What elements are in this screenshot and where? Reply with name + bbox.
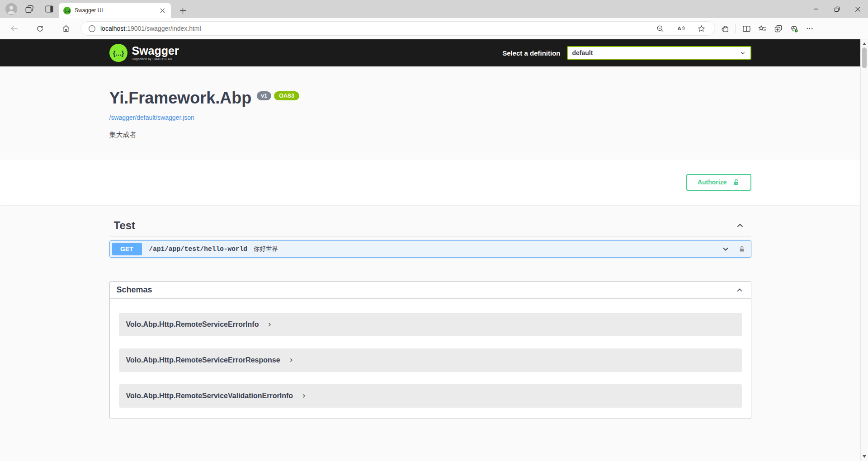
unlocked-padlock-icon (732, 179, 740, 186)
swagger-logo-icon: {…} (109, 44, 127, 62)
swagger-logo-text: Swagger (132, 45, 179, 56)
chevron-right-icon (288, 358, 294, 363)
zoom-out-icon[interactable] (656, 24, 665, 33)
collapse-schemas-chevron-up-icon[interactable] (735, 286, 744, 295)
back-button[interactable] (9, 23, 20, 34)
restore-button[interactable] (826, 0, 847, 18)
chevron-down-icon (740, 50, 746, 56)
collections-icon[interactable] (773, 23, 783, 34)
swagger-favicon-icon: {…} (63, 7, 71, 14)
swagger-logo-subtitle: Supported by SMARTBEAR (132, 57, 179, 61)
url-text: localhost:19001/swagger/index.html (100, 25, 201, 32)
oas3-badge: OAS3 (274, 91, 299, 100)
operation-get-hello-world[interactable]: GET /api/app/test/hello-world 你好世界 (109, 240, 751, 258)
scrollbar-thumb[interactable] (862, 47, 867, 68)
home-button[interactable] (61, 23, 71, 34)
chevron-right-icon (301, 393, 307, 399)
chevron-right-icon (267, 322, 272, 327)
schemas-section: Schemas Volo.Abp.Http.RemoteServiceError… (109, 281, 751, 419)
operation-path: /api/app/test/hello-world (149, 245, 248, 253)
scroll-down-arrow-icon[interactable] (861, 453, 868, 460)
split-screen-icon[interactable] (741, 23, 752, 34)
settings-menu-icon[interactable] (804, 23, 815, 34)
scheme-container: Authorize (0, 160, 860, 205)
schema-row-remote-service-validation-error-info[interactable]: Volo.Abp.Http.RemoteServiceValidationErr… (119, 384, 742, 408)
address-bar[interactable]: localhost:19001/swagger/index.html A (80, 21, 715, 36)
browser-essentials-icon[interactable] (788, 23, 799, 34)
url-path: :19001/swagger/index.html (125, 25, 201, 32)
api-title: Yi.Framework.Abp (109, 88, 252, 108)
tab-actions-icon[interactable] (43, 3, 55, 15)
site-info-icon[interactable] (88, 25, 96, 33)
schema-row-remote-service-error-info[interactable]: Volo.Abp.Http.RemoteServiceErrorInfo (119, 313, 742, 336)
new-tab-button[interactable] (176, 4, 189, 17)
schemas-title: Schemas (117, 285, 152, 295)
version-badge: v1 (257, 91, 271, 100)
operation-summary: 你好世界 (254, 245, 278, 253)
schema-name: Volo.Abp.Http.RemoteServiceErrorResponse (126, 356, 280, 364)
api-description: 集大成者 (109, 131, 751, 139)
authorize-label: Authorize (698, 179, 727, 186)
swagger-logo: {…} Swagger Supported by SMARTBEAR (109, 44, 179, 62)
close-button[interactable] (847, 0, 868, 18)
tab-strip: {…} Swagger UI (0, 0, 868, 18)
tag-title: Test (114, 219, 136, 232)
schemas-box: Schemas Volo.Abp.Http.RemoteServiceError… (109, 281, 751, 419)
browser-tab[interactable]: {…} Swagger UI (59, 3, 171, 18)
favorites-icon[interactable] (757, 23, 768, 34)
favorite-star-icon[interactable] (697, 24, 706, 33)
collapse-tag-chevron-up-icon[interactable] (735, 221, 745, 230)
browser-toolbar: localhost:19001/swagger/index.html A (0, 18, 868, 39)
spec-json-link[interactable]: /swagger/default/swagger.json (109, 114, 194, 121)
refresh-button[interactable] (34, 23, 45, 34)
extensions-icon[interactable] (720, 23, 731, 34)
auth-lock-icon[interactable] (738, 245, 745, 253)
authorize-button[interactable]: Authorize (686, 174, 751, 191)
definition-select[interactable]: default (567, 46, 751, 60)
schema-name: Volo.Abp.Http.RemoteServiceValidationErr… (126, 392, 293, 400)
page-scrollbar[interactable] (860, 39, 868, 461)
tag-header[interactable]: Test (109, 219, 751, 236)
page-content: {…} Swagger Supported by SMARTBEAR Selec… (0, 39, 860, 461)
swagger-topbar: {…} Swagger Supported by SMARTBEAR Selec… (0, 39, 860, 66)
workspaces-icon[interactable] (24, 3, 35, 15)
tag-section: Test GET /api/app/test/hello-world 你好世界 (109, 219, 751, 258)
api-info-section: Yi.Framework.Abp v1 OAS3 /swagger/defaul… (0, 66, 860, 160)
tab-title: Swagger UI (75, 7, 158, 14)
svg-text:A: A (678, 25, 682, 31)
definition-selected-value: default (572, 49, 593, 56)
url-host: localhost (100, 25, 125, 32)
expand-operation-chevron-down-icon[interactable] (721, 245, 730, 254)
toolbar-divider (736, 24, 736, 33)
schemas-header[interactable]: Schemas (110, 282, 751, 299)
definition-select-label: Select a definition (502, 49, 560, 57)
scroll-up-arrow-icon[interactable] (861, 40, 868, 47)
person-icon (5, 3, 17, 15)
tab-close-icon[interactable] (158, 6, 166, 14)
read-aloud-icon[interactable]: A (676, 24, 685, 33)
toolbar-icons (720, 23, 815, 34)
schema-name: Volo.Abp.Http.RemoteServiceErrorInfo (126, 320, 259, 329)
minimize-button[interactable] (806, 0, 826, 18)
schema-row-remote-service-error-response[interactable]: Volo.Abp.Http.RemoteServiceErrorResponse (119, 348, 742, 372)
window-controls (806, 0, 868, 18)
profile-avatar[interactable] (5, 3, 17, 15)
http-method-badge: GET (112, 243, 142, 255)
